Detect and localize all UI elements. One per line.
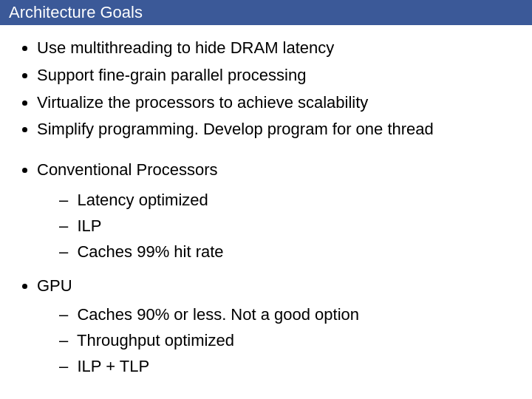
- slide-header: Architecture Goals: [0, 0, 532, 25]
- list-item: ILP + TLP: [59, 355, 517, 378]
- conventional-sub-list: Latency optimized ILP Caches 99% hit rat…: [15, 189, 517, 263]
- list-item: Virtualize the processors to achieve sca…: [37, 92, 517, 115]
- list-item: Simplify programming. Develop program fo…: [37, 118, 517, 141]
- main-bullet-list: Use multithreading to hide DRAM latency …: [15, 37, 517, 141]
- list-item: Use multithreading to hide DRAM latency: [37, 37, 517, 60]
- conventional-section: Conventional Processors Latency optimize…: [15, 159, 517, 263]
- header-title: Architecture Goals: [9, 3, 143, 22]
- gpu-section: GPU Caches 90% or less. Not a good optio…: [15, 275, 517, 378]
- gpu-sub-list: Caches 90% or less. Not a good option Th…: [15, 304, 517, 378]
- list-item: Caches 99% hit rate: [59, 241, 517, 264]
- conventional-header: Conventional Processors: [37, 159, 517, 182]
- list-item: Throughput optimized: [59, 330, 517, 352]
- list-item: ILP: [59, 215, 517, 238]
- gpu-header: GPU: [37, 275, 517, 298]
- list-item: Caches 90% or less. Not a good option: [59, 304, 517, 327]
- slide-content: Use multithreading to hide DRAM latency …: [0, 25, 532, 398]
- list-item: Latency optimized: [59, 189, 517, 212]
- list-item: Support fine-grain parallel processing: [37, 64, 517, 87]
